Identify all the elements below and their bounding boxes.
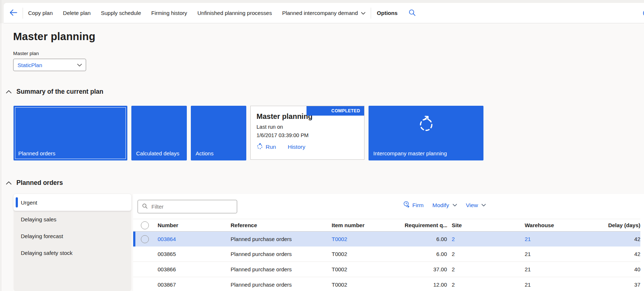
toolbar-item-supply-schedule[interactable]: Supply schedule — [96, 5, 146, 21]
back-arrow-icon — [9, 9, 18, 17]
intercompany-master-planning-tile[interactable]: Intercompany master planning — [369, 106, 483, 160]
tile-label: Calculated delays — [136, 150, 182, 157]
cell-requirement-qty: 6.00 — [405, 251, 447, 257]
cell-warehouse[interactable]: 21 — [525, 236, 604, 242]
cell-reference: Planned purchase orders — [231, 282, 332, 288]
firm-button[interactable]: Firm — [403, 201, 424, 209]
toolbar-item-firming-history[interactable]: Firming history — [146, 5, 192, 21]
cell-site: 2 — [447, 282, 525, 288]
grid-panel: Firm Modify View NumberReferenceItem num… — [133, 194, 644, 291]
category-delaying-safety-stock[interactable]: Delaying safety stock — [14, 244, 131, 261]
tile-actions[interactable]: Actions — [191, 106, 246, 160]
toolbar-item-unfinished-planning-processes[interactable]: Unfinished planning processes — [192, 5, 277, 21]
app-window: { "toolbar": { "items": ["Copy plan", "D… — [0, 0, 644, 291]
category-label: Delaying forecast — [21, 233, 63, 239]
table-row[interactable]: 003867Planned purchase ordersT000212.002… — [133, 277, 640, 291]
column-header-reference[interactable]: Reference — [231, 222, 332, 228]
cell-number[interactable]: 003864 — [158, 236, 231, 242]
tile-calculated-delays[interactable]: Calculated delays — [131, 106, 187, 160]
grid-actions: Firm Modify View — [403, 201, 486, 209]
summary-tiles: COMPLETED Master planning Last run on 1/… — [14, 106, 483, 160]
table-row[interactable]: 003865Planned purchase ordersT00026.0022… — [133, 247, 640, 262]
last-run-timestamp: 1/6/2017 03:39:00 PM — [257, 132, 364, 138]
tile-label: Planned orders — [18, 150, 123, 157]
master-plan-label: Master plan — [13, 51, 86, 56]
last-run-label: Last run on — [257, 124, 364, 130]
cell-item-number: T0002 — [332, 251, 405, 257]
column-header-warehouse[interactable]: Warehouse — [525, 222, 604, 228]
table-row[interactable]: 003864Planned purchase ordersT00026.0022… — [133, 232, 640, 247]
cell-delay-days: 42 — [604, 251, 640, 257]
planned-orders-section-title: Planned orders — [16, 179, 63, 187]
category-list: UrgentDelaying salesDelaying forecastDel… — [14, 194, 131, 291]
cell-number[interactable]: 003867 — [158, 282, 231, 288]
collapse-planned-orders-icon[interactable] — [5, 181, 12, 186]
category-delaying-sales[interactable]: Delaying sales — [14, 211, 131, 228]
collapse-summary-icon[interactable] — [5, 89, 12, 94]
column-header-site[interactable]: Site — [447, 222, 525, 228]
category-delaying-forecast[interactable]: Delaying forecast — [14, 228, 131, 244]
cell-delay-days: 42 — [604, 236, 640, 242]
column-header-requirement-q[interactable]: Requirement q... — [405, 222, 447, 228]
window-left-border — [1, 0, 1, 291]
cell-item-number: T0002 — [332, 282, 405, 288]
run-dashed-circle-icon — [257, 143, 263, 151]
toolbar-item-planned-intercompany-demand[interactable]: Planned intercompany demand — [277, 5, 371, 21]
column-header-item-number[interactable]: Item number — [332, 222, 405, 228]
master-planning-status-card[interactable]: COMPLETED Master planning Last run on 1/… — [250, 106, 365, 160]
cell-requirement-qty: 6.00 — [405, 236, 447, 242]
page-title: Master planning — [13, 31, 95, 43]
cell-requirement-qty: 37.00 — [405, 266, 447, 272]
radio-circle[interactable] — [141, 221, 149, 229]
firm-clock-icon — [403, 201, 410, 209]
chevron-down-icon — [481, 203, 486, 207]
category-urgent[interactable]: Urgent — [14, 194, 131, 211]
column-header-delay-days[interactable]: Delay (days) — [604, 222, 640, 228]
column-header-number[interactable]: Number — [158, 222, 231, 228]
run-button[interactable]: Run — [257, 143, 276, 151]
cell-number[interactable]: 003865 — [158, 251, 231, 257]
options-button[interactable]: Options — [371, 10, 404, 16]
search-button[interactable] — [403, 9, 421, 18]
select-all-cell[interactable] — [133, 221, 158, 229]
table-row[interactable]: 003866Planned purchase ordersT000237.002… — [133, 262, 640, 277]
cell-requirement-qty: 12.00 — [405, 282, 447, 288]
refresh-icon[interactable] — [642, 9, 644, 18]
tile-label: Actions — [196, 150, 242, 157]
cell-site[interactable]: 2 — [447, 236, 525, 242]
master-plan-dropdown[interactable]: StaticPlan — [13, 59, 86, 71]
cell-delay-days: 40 — [604, 266, 640, 272]
cell-site: 2 — [447, 251, 525, 257]
view-menu-button[interactable]: View — [466, 202, 486, 209]
filter-input[interactable] — [151, 203, 237, 210]
modify-label: Modify — [432, 202, 449, 209]
toolbar-item-copy-plan[interactable]: Copy plan — [23, 5, 58, 21]
toolbar-item-delete-plan[interactable]: Delete plan — [58, 5, 96, 21]
grid-header: NumberReferenceItem numberRequirement q.… — [133, 219, 640, 232]
cell-reference: Planned purchase orders — [231, 251, 332, 257]
radio-circle[interactable] — [141, 235, 149, 243]
firm-label: Firm — [412, 202, 424, 209]
master-plan-value: StaticPlan — [18, 62, 42, 68]
back-button[interactable] — [4, 9, 23, 18]
modify-menu-button[interactable]: Modify — [432, 202, 457, 209]
toolbar-dropdown-label: Planned intercompany demand — [282, 10, 358, 16]
row-select-cell[interactable] — [133, 235, 158, 243]
filter-box[interactable] — [138, 200, 237, 213]
status-card-actions: Run History — [257, 143, 364, 151]
cell-number[interactable]: 003866 — [158, 266, 231, 272]
master-plan-field: Master plan StaticPlan — [13, 51, 86, 71]
cell-reference: Planned purchase orders — [231, 236, 332, 242]
cell-warehouse: 21 — [525, 282, 604, 288]
chevron-down-icon — [77, 62, 82, 68]
history-button[interactable]: History — [288, 144, 305, 150]
tile-planned-orders[interactable]: Planned orders — [14, 106, 127, 160]
cell-reference: Planned purchase orders — [231, 266, 332, 272]
cell-item-number[interactable]: T0002 — [332, 236, 405, 242]
cell-site: 2 — [447, 266, 525, 272]
selection-indicator — [16, 197, 18, 207]
filter-search-icon — [138, 203, 151, 210]
cell-warehouse: 21 — [525, 266, 604, 272]
view-label: View — [466, 202, 478, 209]
grid-rows: 003864Planned purchase ordersT00026.0022… — [133, 232, 644, 291]
